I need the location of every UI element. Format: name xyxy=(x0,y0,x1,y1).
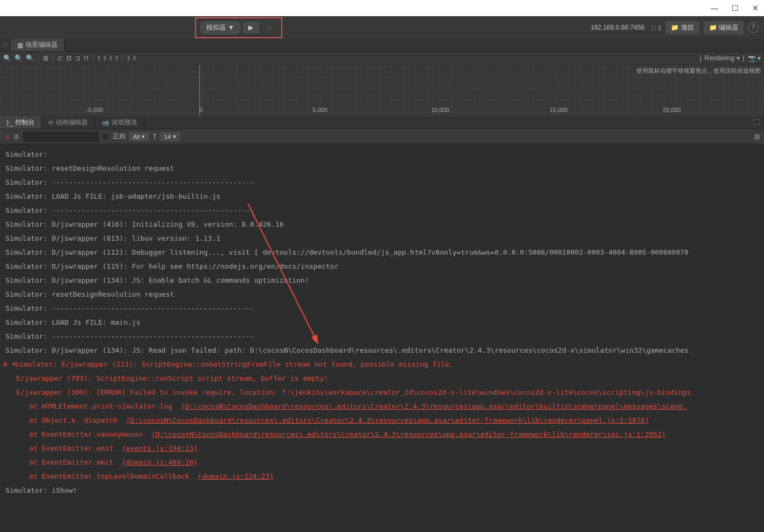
simulator-controls-highlight: 模拟器 ▼ ▶ ↻ xyxy=(195,17,282,38)
level-select[interactable]: All▾ xyxy=(129,132,149,141)
align-top-icon[interactable]: ⊓ xyxy=(84,54,88,62)
simulator-dropdown[interactable]: 模拟器 ▼ xyxy=(200,21,241,34)
console-tab-strip: ⟩_ 控制台 ⟲ 动画编辑器 📹 游戏预览 ⛶ xyxy=(0,116,764,129)
tab-animation[interactable]: ⟲ 动画编辑器 xyxy=(41,116,95,129)
stack-link[interactable]: (domain.js:469:20) xyxy=(122,458,198,466)
stack-link[interactable]: (events.js:194:13) xyxy=(122,444,198,452)
text-size-icon: T xyxy=(152,133,156,141)
editor-button[interactable]: 📁 编辑器 xyxy=(704,21,744,34)
simulator-label: 模拟器 xyxy=(206,23,226,32)
log-line: Simulator: xyxy=(5,148,759,162)
expand-icon[interactable]: ⛶ xyxy=(749,116,764,129)
animation-icon: ⟲ xyxy=(48,119,53,127)
chevron-down-icon: ▾ xyxy=(173,133,176,140)
log-line: Simulator: iShow! xyxy=(5,484,759,498)
distrib-icon[interactable]: ⫴ xyxy=(133,54,136,62)
stack-line: at EventEmitter.emit (events.js:194:13) xyxy=(5,442,759,456)
tool-icon[interactable]: ⊞ xyxy=(43,54,48,62)
regex-checkbox[interactable] xyxy=(102,133,109,141)
reload-icon: ↻ xyxy=(267,24,272,31)
stack-link[interactable]: (domain.js:124:23) xyxy=(198,472,274,480)
filter-input[interactable] xyxy=(23,132,99,142)
log-error-line: E/jswrapper (300): [ERROR] Failed to inv… xyxy=(5,386,759,400)
play-icon: ▶ xyxy=(248,24,253,31)
preview-icon: 📹 xyxy=(101,119,109,127)
reload-button[interactable]: ↻ xyxy=(261,22,277,33)
window-titlebar: — ☐ ✕ xyxy=(0,0,764,16)
zoom-in-icon[interactable]: 🔍 xyxy=(3,54,11,62)
chevron-down-icon: ▼ xyxy=(228,24,234,31)
distrib-icon[interactable]: ⫴ xyxy=(103,54,106,62)
tab-console[interactable]: ⟩_ 控制台 xyxy=(0,116,41,129)
align-right-icon[interactable]: ⊐ xyxy=(75,54,80,62)
log-line: Simulator: D/jswrapper (416): Initializi… xyxy=(5,218,759,232)
zoom-out-icon[interactable]: 🔍 xyxy=(15,54,23,62)
log-line: Simulator: LOAD Js FILE: main.js xyxy=(5,316,759,330)
log-line: Simulator: LOAD Js FILE: jsb-adapter/jsb… xyxy=(5,190,759,204)
console-icon: ⟩_ xyxy=(6,119,13,127)
log-line: Simulator: D/jswrapper (112): Debugger l… xyxy=(5,246,759,260)
log-line: Simulator: D/jswrapper (134): JS: Read j… xyxy=(5,344,759,358)
stack-line: at HTMLElement.print-simulator-log (D:\c… xyxy=(5,400,759,414)
camera-icon[interactable]: 📷 ▾ xyxy=(748,54,761,62)
stack-line: at EventEmitter.emit (domain.js:469:20) xyxy=(5,456,759,470)
scene-toolbar: 🔍 🔍 🔍 ⊞ ⊏ ⊟ ⊐ ⊓ ⫴ ⫴ ⫴ ⫴ ⫴ ⫴ | Rendering … xyxy=(0,52,764,65)
log-line: Simulator: D/jswrapper (134): JS: Enable… xyxy=(5,274,759,288)
log-error-line: E/jswrapper (793): ScriptEngine::runScri… xyxy=(5,372,759,386)
stack-line: at EventEmitter.<anonymous> (D:\cocosN\C… xyxy=(5,428,759,442)
rendering-dropdown[interactable]: Rendering ▾ xyxy=(705,54,740,62)
maximize-icon[interactable]: ☐ xyxy=(732,4,739,12)
clear-icon[interactable]: ⊘ xyxy=(4,132,10,141)
doc-icon[interactable]: 🗎 xyxy=(13,133,20,141)
chevron-down-icon: ▾ xyxy=(142,133,145,140)
console-filter-bar: ⊘ 🗎 正则 All▾ T 14▾ ⊟ xyxy=(0,129,764,144)
tab-scene-editor[interactable]: ▦ 场景编辑器 xyxy=(11,39,65,51)
log-line: Simulator: D/jswrapper (813): libuv vers… xyxy=(5,232,759,246)
wifi-icon: ⬚ 1 xyxy=(651,24,661,31)
scene-canvas[interactable]: 使用鼠标右键平移视窗焦点，使用滚轮缩放视图 -5,000 0 5,000 10,… xyxy=(0,65,764,116)
scene-tab-strip: ▦ 场景编辑器 xyxy=(0,39,764,52)
minimize-icon[interactable]: — xyxy=(711,4,718,12)
distrib-icon[interactable]: ⫴ xyxy=(127,54,130,62)
close-icon[interactable]: ✕ xyxy=(752,4,759,12)
help-button[interactable]: ? xyxy=(748,22,759,33)
folder-icon: 📁 xyxy=(709,24,717,31)
stack-link[interactable]: (D:\cocosN\CocosDashboard\resources\.edi… xyxy=(181,402,687,410)
project-button[interactable]: 📁 项目 xyxy=(665,21,699,34)
align-left-icon[interactable]: ⊏ xyxy=(58,54,63,62)
stack-line: at EventEmitter.topLevelDomainCallback (… xyxy=(5,470,759,484)
distrib-icon[interactable]: ⫴ xyxy=(115,54,118,62)
stack-line: at Object.e._dispatch (D:\cocosN\CocosDa… xyxy=(5,414,759,428)
error-icon: ⊗ ▾ xyxy=(3,358,11,372)
log-line: Simulator: resetDesignResolution request xyxy=(5,162,759,176)
align-center-icon[interactable]: ⊟ xyxy=(66,54,72,62)
log-line: Simulator: resetDesignResolution request xyxy=(5,288,759,302)
drag-handle-icon[interactable] xyxy=(0,39,11,51)
log-error-line: ⊗ ▾ Simulator: E/jswrapper (213): Script… xyxy=(5,358,759,372)
fontsize-select[interactable]: 14▾ xyxy=(160,132,180,141)
scene-icon: ▦ xyxy=(17,41,23,49)
play-button[interactable]: ▶ xyxy=(243,22,259,33)
canvas-hint: 使用鼠标右键平移视窗焦点，使用滚轮缩放视图 xyxy=(636,67,761,75)
zoom-reset-icon[interactable]: 🔍 xyxy=(26,54,34,62)
folder-icon: 📁 xyxy=(671,24,679,31)
top-toolbar: 模拟器 ▼ ▶ ↻ 192.168.0.66:7456 ⬚ 1 📁 项目 📁 编… xyxy=(0,16,764,39)
log-line: Simulator: D/jswrapper (115): For help s… xyxy=(5,260,759,274)
stack-link[interactable]: (D:\cocosN\CocosDashboard\resources\.edi… xyxy=(151,430,666,438)
distrib-icon[interactable]: ⫴ xyxy=(109,54,112,62)
tab-preview[interactable]: 📹 游戏预览 xyxy=(95,116,144,129)
stack-link[interactable]: (D:\cocosN\CocosDashboard\resources\.edi… xyxy=(126,416,649,424)
ip-address: 192.168.0.66:7456 xyxy=(591,24,644,31)
log-line: Simulator: -----------------------------… xyxy=(5,330,759,344)
console-output[interactable]: Simulator: Simulator: resetDesignResolut… xyxy=(0,144,764,521)
log-line: Simulator: -----------------------------… xyxy=(5,204,759,218)
log-line: Simulator: -----------------------------… xyxy=(5,302,759,316)
distrib-icon[interactable]: ⫴ xyxy=(98,54,100,62)
regex-label: 正则 xyxy=(113,132,126,141)
log-line: Simulator: -----------------------------… xyxy=(5,176,759,190)
collapse-icon[interactable]: ⊟ xyxy=(754,133,760,141)
ruler: -5,000 0 5,000 10,000 15,000 20,000 xyxy=(0,107,764,116)
